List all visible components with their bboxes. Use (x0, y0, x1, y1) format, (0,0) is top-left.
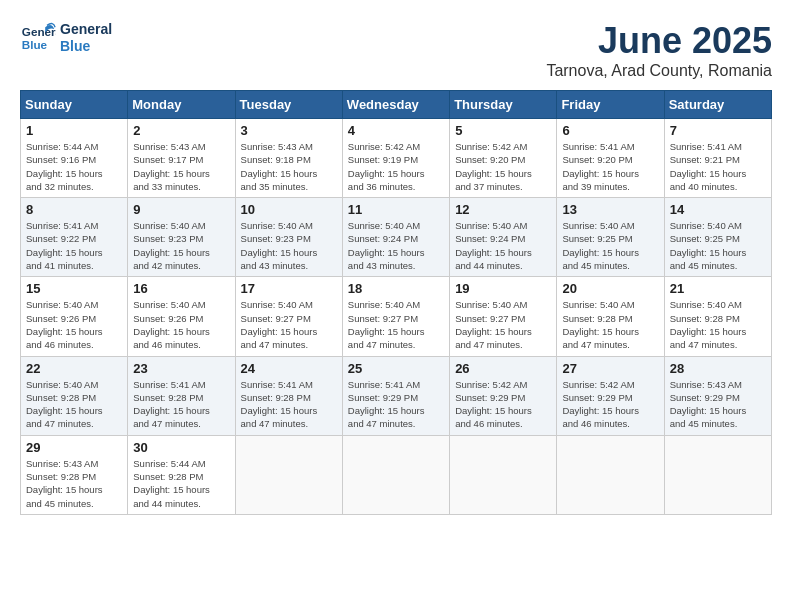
calendar-cell: 16Sunrise: 5:40 AMSunset: 9:26 PMDayligh… (128, 277, 235, 356)
day-info: Sunrise: 5:40 AMSunset: 9:27 PMDaylight:… (455, 298, 551, 351)
calendar-cell: 19Sunrise: 5:40 AMSunset: 9:27 PMDayligh… (450, 277, 557, 356)
calendar-cell: 30Sunrise: 5:44 AMSunset: 9:28 PMDayligh… (128, 435, 235, 514)
day-number: 6 (562, 123, 658, 138)
calendar-cell: 25Sunrise: 5:41 AMSunset: 9:29 PMDayligh… (342, 356, 449, 435)
calendar-cell: 22Sunrise: 5:40 AMSunset: 9:28 PMDayligh… (21, 356, 128, 435)
day-info: Sunrise: 5:40 AMSunset: 9:28 PMDaylight:… (26, 378, 122, 431)
day-number: 29 (26, 440, 122, 455)
calendar-cell (664, 435, 771, 514)
day-number: 13 (562, 202, 658, 217)
calendar-cell: 11Sunrise: 5:40 AMSunset: 9:24 PMDayligh… (342, 198, 449, 277)
day-info: Sunrise: 5:40 AMSunset: 9:24 PMDaylight:… (455, 219, 551, 272)
day-number: 28 (670, 361, 766, 376)
calendar-cell (557, 435, 664, 514)
day-number: 19 (455, 281, 551, 296)
calendar-cell: 10Sunrise: 5:40 AMSunset: 9:23 PMDayligh… (235, 198, 342, 277)
day-info: Sunrise: 5:40 AMSunset: 9:26 PMDaylight:… (26, 298, 122, 351)
weekday-header-thursday: Thursday (450, 91, 557, 119)
calendar-cell: 29Sunrise: 5:43 AMSunset: 9:28 PMDayligh… (21, 435, 128, 514)
calendar-cell: 23Sunrise: 5:41 AMSunset: 9:28 PMDayligh… (128, 356, 235, 435)
location-title: Tarnova, Arad County, Romania (546, 62, 772, 80)
day-info: Sunrise: 5:40 AMSunset: 9:23 PMDaylight:… (241, 219, 337, 272)
day-number: 1 (26, 123, 122, 138)
day-number: 2 (133, 123, 229, 138)
day-info: Sunrise: 5:43 AMSunset: 9:28 PMDaylight:… (26, 457, 122, 510)
day-info: Sunrise: 5:41 AMSunset: 9:22 PMDaylight:… (26, 219, 122, 272)
title-area: June 2025 Tarnova, Arad County, Romania (546, 20, 772, 80)
calendar-cell: 4Sunrise: 5:42 AMSunset: 9:19 PMDaylight… (342, 119, 449, 198)
calendar-cell: 1Sunrise: 5:44 AMSunset: 9:16 PMDaylight… (21, 119, 128, 198)
day-info: Sunrise: 5:40 AMSunset: 9:28 PMDaylight:… (670, 298, 766, 351)
day-info: Sunrise: 5:40 AMSunset: 9:25 PMDaylight:… (562, 219, 658, 272)
day-number: 5 (455, 123, 551, 138)
calendar-table: SundayMondayTuesdayWednesdayThursdayFrid… (20, 90, 772, 515)
weekday-header-monday: Monday (128, 91, 235, 119)
calendar-cell: 18Sunrise: 5:40 AMSunset: 9:27 PMDayligh… (342, 277, 449, 356)
day-info: Sunrise: 5:40 AMSunset: 9:24 PMDaylight:… (348, 219, 444, 272)
day-number: 14 (670, 202, 766, 217)
day-info: Sunrise: 5:41 AMSunset: 9:28 PMDaylight:… (133, 378, 229, 431)
day-info: Sunrise: 5:41 AMSunset: 9:20 PMDaylight:… (562, 140, 658, 193)
weekday-header-saturday: Saturday (664, 91, 771, 119)
day-info: Sunrise: 5:40 AMSunset: 9:23 PMDaylight:… (133, 219, 229, 272)
calendar-cell: 6Sunrise: 5:41 AMSunset: 9:20 PMDaylight… (557, 119, 664, 198)
day-number: 24 (241, 361, 337, 376)
day-number: 18 (348, 281, 444, 296)
calendar-cell: 9Sunrise: 5:40 AMSunset: 9:23 PMDaylight… (128, 198, 235, 277)
day-info: Sunrise: 5:43 AMSunset: 9:17 PMDaylight:… (133, 140, 229, 193)
day-info: Sunrise: 5:40 AMSunset: 9:25 PMDaylight:… (670, 219, 766, 272)
logo: General Blue General Blue (20, 20, 112, 56)
day-number: 16 (133, 281, 229, 296)
day-info: Sunrise: 5:42 AMSunset: 9:20 PMDaylight:… (455, 140, 551, 193)
calendar-cell (450, 435, 557, 514)
day-info: Sunrise: 5:41 AMSunset: 9:21 PMDaylight:… (670, 140, 766, 193)
day-info: Sunrise: 5:40 AMSunset: 9:27 PMDaylight:… (348, 298, 444, 351)
day-number: 26 (455, 361, 551, 376)
day-info: Sunrise: 5:42 AMSunset: 9:29 PMDaylight:… (562, 378, 658, 431)
day-number: 21 (670, 281, 766, 296)
logo-text-general: General (60, 21, 112, 38)
calendar-cell: 7Sunrise: 5:41 AMSunset: 9:21 PMDaylight… (664, 119, 771, 198)
calendar-cell: 3Sunrise: 5:43 AMSunset: 9:18 PMDaylight… (235, 119, 342, 198)
day-number: 4 (348, 123, 444, 138)
week-row-5: 29Sunrise: 5:43 AMSunset: 9:28 PMDayligh… (21, 435, 772, 514)
day-number: 3 (241, 123, 337, 138)
calendar-cell (342, 435, 449, 514)
day-info: Sunrise: 5:40 AMSunset: 9:28 PMDaylight:… (562, 298, 658, 351)
week-row-2: 8Sunrise: 5:41 AMSunset: 9:22 PMDaylight… (21, 198, 772, 277)
day-number: 20 (562, 281, 658, 296)
calendar-cell: 13Sunrise: 5:40 AMSunset: 9:25 PMDayligh… (557, 198, 664, 277)
calendar-cell: 2Sunrise: 5:43 AMSunset: 9:17 PMDaylight… (128, 119, 235, 198)
logo-text-blue: Blue (60, 38, 112, 55)
day-info: Sunrise: 5:43 AMSunset: 9:18 PMDaylight:… (241, 140, 337, 193)
day-number: 25 (348, 361, 444, 376)
day-number: 7 (670, 123, 766, 138)
day-info: Sunrise: 5:42 AMSunset: 9:29 PMDaylight:… (455, 378, 551, 431)
day-info: Sunrise: 5:44 AMSunset: 9:28 PMDaylight:… (133, 457, 229, 510)
week-row-3: 15Sunrise: 5:40 AMSunset: 9:26 PMDayligh… (21, 277, 772, 356)
day-number: 8 (26, 202, 122, 217)
day-number: 9 (133, 202, 229, 217)
week-row-1: 1Sunrise: 5:44 AMSunset: 9:16 PMDaylight… (21, 119, 772, 198)
calendar-cell (235, 435, 342, 514)
day-info: Sunrise: 5:44 AMSunset: 9:16 PMDaylight:… (26, 140, 122, 193)
day-info: Sunrise: 5:41 AMSunset: 9:29 PMDaylight:… (348, 378, 444, 431)
calendar-cell: 8Sunrise: 5:41 AMSunset: 9:22 PMDaylight… (21, 198, 128, 277)
calendar-cell: 21Sunrise: 5:40 AMSunset: 9:28 PMDayligh… (664, 277, 771, 356)
calendar-cell: 27Sunrise: 5:42 AMSunset: 9:29 PMDayligh… (557, 356, 664, 435)
calendar-cell: 24Sunrise: 5:41 AMSunset: 9:28 PMDayligh… (235, 356, 342, 435)
weekday-header-sunday: Sunday (21, 91, 128, 119)
calendar-cell: 5Sunrise: 5:42 AMSunset: 9:20 PMDaylight… (450, 119, 557, 198)
month-title: June 2025 (546, 20, 772, 62)
day-number: 22 (26, 361, 122, 376)
day-number: 11 (348, 202, 444, 217)
weekday-header-tuesday: Tuesday (235, 91, 342, 119)
svg-text:Blue: Blue (22, 38, 48, 51)
day-info: Sunrise: 5:43 AMSunset: 9:29 PMDaylight:… (670, 378, 766, 431)
calendar-cell: 14Sunrise: 5:40 AMSunset: 9:25 PMDayligh… (664, 198, 771, 277)
calendar-cell: 20Sunrise: 5:40 AMSunset: 9:28 PMDayligh… (557, 277, 664, 356)
calendar-cell: 12Sunrise: 5:40 AMSunset: 9:24 PMDayligh… (450, 198, 557, 277)
weekday-header-row: SundayMondayTuesdayWednesdayThursdayFrid… (21, 91, 772, 119)
day-info: Sunrise: 5:41 AMSunset: 9:28 PMDaylight:… (241, 378, 337, 431)
day-number: 30 (133, 440, 229, 455)
